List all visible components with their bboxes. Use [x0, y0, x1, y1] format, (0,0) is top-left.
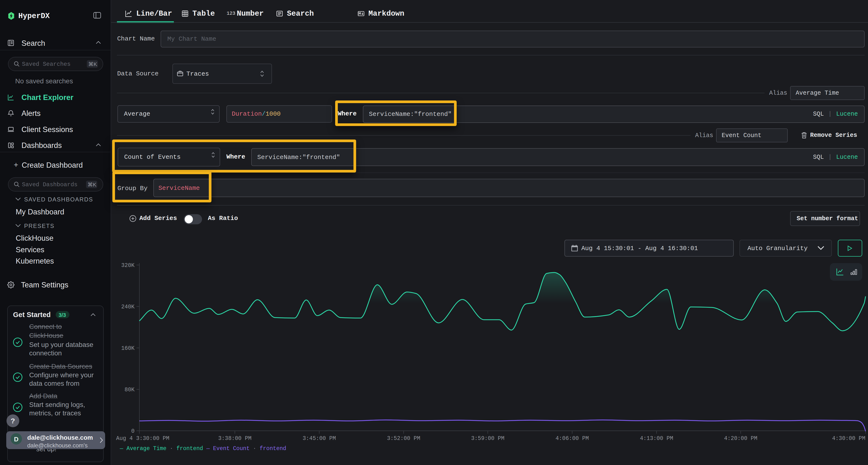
svg-text:3:38:00 PM: 3:38:00 PM — [218, 435, 251, 442]
svg-text:0: 0 — [131, 428, 134, 434]
svg-text:240K: 240K — [121, 304, 134, 310]
svg-text:4:20:00 PM: 4:20:00 PM — [724, 435, 757, 442]
svg-text:320K: 320K — [121, 262, 134, 269]
svg-text:160K: 160K — [121, 345, 134, 352]
svg-text:3:52:00 PM: 3:52:00 PM — [387, 435, 420, 442]
svg-text:4:06:00 PM: 4:06:00 PM — [556, 435, 589, 442]
svg-text:Aug 4 3:30:00 PM: Aug 4 3:30:00 PM — [116, 435, 169, 442]
svg-text:3:59:00 PM: 3:59:00 PM — [471, 435, 504, 442]
svg-text:4:13:00 PM: 4:13:00 PM — [640, 435, 673, 442]
svg-text:3:45:00 PM: 3:45:00 PM — [303, 435, 336, 442]
svg-text:4:30:00 PM: 4:30:00 PM — [832, 435, 865, 442]
svg-text:80K: 80K — [125, 387, 135, 393]
